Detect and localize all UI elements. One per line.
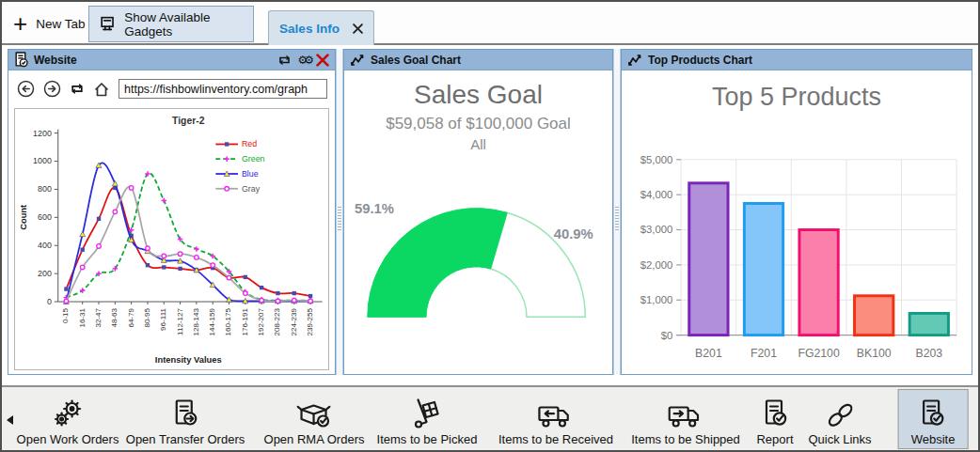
svg-text:Red: Red bbox=[242, 139, 257, 148]
toolbar-item-label: Open Work Orders bbox=[17, 432, 119, 446]
svg-text:Count: Count bbox=[19, 205, 28, 230]
top-products-heading: Top 5 Products bbox=[622, 83, 972, 112]
svg-text:$5,000: $5,000 bbox=[640, 154, 673, 165]
gears-icon bbox=[52, 397, 84, 429]
tiger2-line-chart: 0200400600800100012000-1516-3132-4748-63… bbox=[15, 109, 328, 369]
svg-text:400: 400 bbox=[38, 241, 52, 250]
plus-icon: + bbox=[13, 11, 27, 36]
svg-text:Gray: Gray bbox=[242, 184, 261, 194]
new-tab-label: New Tab bbox=[36, 17, 85, 31]
embedded-web-chart: 0200400600800100012000-1516-3132-4748-63… bbox=[14, 108, 329, 370]
svg-text:128-143: 128-143 bbox=[192, 307, 200, 335]
document-check-icon bbox=[919, 398, 947, 429]
svg-text:$2,000: $2,000 bbox=[640, 259, 673, 271]
svg-text:Blue: Blue bbox=[242, 169, 259, 179]
box-check-icon bbox=[296, 400, 332, 429]
new-tab-button[interactable]: + New Tab bbox=[13, 8, 85, 39]
svg-text:64-79: 64-79 bbox=[127, 307, 135, 327]
toolbar-item-label: Quick Links bbox=[808, 432, 871, 446]
chart-trend-icon bbox=[350, 53, 365, 68]
toolbar-item-label: Items to be Received bbox=[498, 432, 613, 446]
url-input[interactable] bbox=[119, 79, 327, 99]
svg-text:176-191: 176-191 bbox=[241, 307, 249, 335]
top-products-gadget-panel: Top Products Chart Top 5 Products $0$1,0… bbox=[621, 49, 972, 375]
svg-text:192-207: 192-207 bbox=[257, 307, 265, 335]
toolbar-item-label: Items to be Picked bbox=[377, 432, 478, 446]
toolbar-item-items-to-be-received[interactable]: Items to be Received bbox=[493, 390, 619, 448]
svg-text:$1,000: $1,000 bbox=[640, 294, 673, 305]
splitter-grip[interactable] bbox=[615, 207, 619, 231]
close-tab-icon[interactable] bbox=[353, 23, 363, 34]
chart-trend-icon bbox=[627, 53, 642, 68]
website-gadget-panel: Website ⚙⚙ bbox=[8, 49, 336, 375]
bar-chart: $0$1,000$2,000$3,000$4,000$5,000B201F201… bbox=[624, 148, 970, 368]
dashboard-area: Website ⚙⚙ bbox=[2, 45, 978, 385]
top-products-gadget-header: Top Products Chart bbox=[622, 50, 972, 70]
sales-goal-scope: All bbox=[344, 136, 612, 152]
tab-sales-info-label: Sales Info bbox=[279, 22, 340, 36]
truck-arrow-in-icon bbox=[538, 403, 574, 429]
sales-goal-gadget-panel: Sales Goal Chart Sales Goal $59,058 of $… bbox=[343, 49, 613, 375]
gadget-toolbar: Open Work Orders Open Transfer Orders bbox=[2, 385, 978, 450]
tab-sales-info[interactable]: Sales Info bbox=[268, 10, 374, 45]
browser-toolbar bbox=[8, 70, 335, 99]
show-available-gadgets-button[interactable]: Show Available Gadgets bbox=[88, 6, 254, 42]
truck-arrow-out-icon bbox=[668, 403, 703, 429]
toolbar-item-label: Open RMA Orders bbox=[264, 432, 365, 446]
toolbar-item-report[interactable]: Report bbox=[751, 390, 798, 448]
tab-bar: + New Tab Show Available Gadgets Sales I… bbox=[2, 2, 978, 45]
document-arrow-icon bbox=[171, 398, 199, 429]
gadget-settings-icon[interactable]: ⚙⚙ bbox=[297, 55, 310, 66]
chain-links-icon bbox=[824, 401, 856, 429]
svg-text:B201: B201 bbox=[695, 347, 722, 360]
svg-text:224-239: 224-239 bbox=[290, 307, 298, 335]
home-icon[interactable] bbox=[93, 81, 110, 98]
svg-text:800: 800 bbox=[38, 184, 52, 194]
svg-text:96-111: 96-111 bbox=[159, 307, 167, 330]
panel-splitter[interactable] bbox=[613, 49, 621, 375]
svg-text:208-223: 208-223 bbox=[273, 307, 281, 335]
refresh-icon[interactable] bbox=[70, 82, 85, 96]
document-check-icon bbox=[761, 398, 789, 429]
app-window: + New Tab Show Available Gadgets Sales I… bbox=[0, 0, 980, 452]
toolbar-item-label: Report bbox=[756, 432, 793, 446]
toolbar-item-open-transfer-orders[interactable]: Open Transfer Orders bbox=[120, 390, 250, 448]
reload-gadget-icon[interactable] bbox=[277, 54, 292, 67]
toolbar-item-open-work-orders[interactable]: Open Work Orders bbox=[11, 390, 125, 448]
panel-splitter[interactable] bbox=[336, 49, 343, 375]
back-icon[interactable] bbox=[17, 80, 35, 98]
svg-text:$3,000: $3,000 bbox=[640, 224, 673, 235]
top-products-bar-chart: $0$1,000$2,000$3,000$4,000$5,000B201F201… bbox=[624, 148, 970, 368]
forward-icon[interactable] bbox=[43, 80, 61, 98]
show-available-gadgets-label: Show Available Gadgets bbox=[124, 10, 244, 39]
svg-text:$0: $0 bbox=[661, 330, 673, 341]
sales-goal-gadget-header: Sales Goal Chart bbox=[344, 50, 612, 70]
svg-text:144-159: 144-159 bbox=[208, 307, 216, 335]
website-gadget-title: Website bbox=[34, 54, 77, 67]
svg-text:80-95: 80-95 bbox=[143, 307, 151, 327]
website-gadget-header: Website ⚙⚙ bbox=[8, 50, 335, 70]
close-gadget-icon[interactable] bbox=[316, 54, 329, 67]
toolbar-item-items-to-be-picked[interactable]: Items to be Picked bbox=[371, 390, 483, 448]
top-products-gadget-title: Top Products Chart bbox=[648, 54, 752, 67]
svg-text:FG2100: FG2100 bbox=[798, 347, 839, 360]
svg-text:Tiger-2: Tiger-2 bbox=[172, 116, 205, 126]
svg-text:48-63: 48-63 bbox=[110, 307, 119, 327]
svg-text:0: 0 bbox=[47, 297, 52, 306]
toolbar-item-quick-links[interactable]: Quick Links bbox=[802, 390, 877, 448]
svg-text:239-255: 239-255 bbox=[306, 307, 314, 335]
toolbar-item-website[interactable]: Website bbox=[898, 389, 969, 449]
svg-text:B203: B203 bbox=[915, 347, 942, 360]
hand-truck-icon bbox=[411, 397, 443, 429]
sales-goal-heading: Sales Goal bbox=[344, 80, 612, 110]
svg-text:F201: F201 bbox=[751, 347, 777, 360]
svg-text:600: 600 bbox=[38, 212, 52, 222]
svg-text:160-175: 160-175 bbox=[224, 307, 232, 335]
splitter-grip[interactable] bbox=[338, 207, 341, 231]
toolbar-item-open-rma-orders[interactable]: Open RMA Orders bbox=[259, 390, 371, 448]
toolbar-item-label: Open Transfer Orders bbox=[126, 432, 245, 446]
svg-text:$4,000: $4,000 bbox=[640, 189, 673, 200]
svg-text:59.1%: 59.1% bbox=[355, 201, 394, 216]
toolbar-item-items-to-be-shipped[interactable]: Items to be Shipped bbox=[625, 390, 746, 448]
sales-goal-gauge: 59.1%40.9% bbox=[345, 174, 611, 345]
